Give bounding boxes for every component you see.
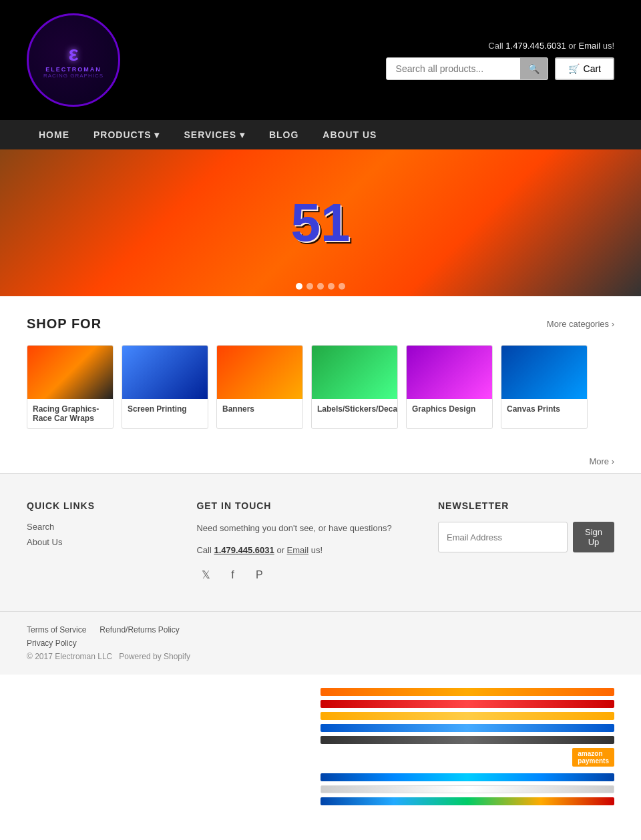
header-phone[interactable]: 1.479.445.6031 <box>505 41 566 51</box>
more-link[interactable]: More › <box>589 456 614 466</box>
product-card-screen[interactable]: Screen Printing <box>122 345 208 429</box>
product-img-banners <box>217 346 302 399</box>
copyright-text: © 2017 Electroman LLC <box>27 652 112 661</box>
payment-stripe-3 <box>320 712 614 720</box>
footer-or: or <box>276 545 286 555</box>
product-card-canvas[interactable]: Canvas Prints <box>501 345 588 429</box>
more-row: More › <box>0 449 641 473</box>
logo: ε ELECTROMAN RACING GRAPHICS <box>27 13 120 107</box>
header-email[interactable]: Email <box>579 41 601 51</box>
product-card-labels[interactable]: Labels/Stickers/Decals <box>311 345 398 429</box>
footer-bottom: Terms of Service Refund/Returns Policy P… <box>0 611 641 675</box>
footer-phone[interactable]: 1.479.445.6031 <box>214 545 274 555</box>
footer-terms-link[interactable]: Terms of Service <box>27 625 86 635</box>
more-categories-link[interactable]: More categories › <box>547 319 614 329</box>
nav-services[interactable]: SERVICES ▾ <box>172 120 256 149</box>
slide-dot-1[interactable] <box>296 283 302 290</box>
payment-area: amazonpayments <box>0 675 641 819</box>
footer-quick-links: QUICK LINKS Search About Us <box>27 500 170 584</box>
chevron-down-icon: ▾ <box>240 129 245 140</box>
shop-title: SHOP FOR <box>27 316 101 332</box>
product-card-banners[interactable]: Banners <box>216 345 303 429</box>
cart-button[interactable]: 🛒 Cart <box>555 57 614 80</box>
product-card-racing[interactable]: Racing Graphics- Race Car Wraps <box>27 345 114 429</box>
shop-header: SHOP FOR More categories › <box>27 316 614 332</box>
payment-stripe-1 <box>320 688 614 696</box>
hero-image: 51 <box>0 149 641 296</box>
logo-graphics-text: RACING GRAPHICS <box>43 73 103 79</box>
quick-links-heading: QUICK LINKS <box>27 500 170 511</box>
hero-car-number: 51 <box>291 192 351 254</box>
nav-blog[interactable]: BLOG <box>257 120 310 149</box>
product-label-screen: Screen Printing <box>122 399 208 419</box>
call-prefix: Call <box>196 545 214 555</box>
slide-dot-3[interactable] <box>317 283 324 290</box>
footer-refund-link[interactable]: Refund/Returns Policy <box>99 625 179 635</box>
footer-link-search[interactable]: Search <box>27 522 170 532</box>
footer-copyright: © 2017 Electroman LLC Powered by Shopify <box>27 652 614 661</box>
search-button[interactable]: 🔍 <box>520 58 548 79</box>
footer-newsletter: NEWSLETTER Sign Up <box>438 500 614 584</box>
get-in-touch-contact: Call 1.479.445.6031 or Email us! <box>196 544 411 558</box>
header-contact: Call 1.479.445.6031 or Email us! <box>488 41 614 51</box>
product-img-screen <box>122 346 208 399</box>
search-bar: 🔍 <box>386 57 548 80</box>
cart-icon: 🛒 <box>568 63 580 74</box>
pinterest-icon[interactable]: P <box>250 566 268 584</box>
nav-products[interactable]: PRODUCTS ▾ <box>81 120 172 149</box>
powered-by-shopify[interactable]: Powered by Shopify <box>119 652 190 661</box>
chevron-down-icon: ▾ <box>154 129 160 140</box>
social-icons: 𝕏 f P <box>196 566 411 584</box>
product-label-labels: Labels/Stickers/Decals <box>312 399 397 419</box>
slide-dot-4[interactable] <box>328 283 335 290</box>
product-img-labels <box>312 346 397 399</box>
product-label-banners: Banners <box>217 399 302 419</box>
product-card-graphics[interactable]: Graphics Design <box>406 345 493 429</box>
footer-privacy-link[interactable]: Privacy Policy <box>27 639 77 648</box>
get-in-touch-heading: GET IN TOUCH <box>196 500 411 511</box>
slide-dot-5[interactable] <box>339 283 345 290</box>
footer-get-in-touch: GET IN TOUCH Need something you don't se… <box>196 500 411 584</box>
newsletter-email-input[interactable] <box>438 522 568 552</box>
footer-link-about[interactable]: About Us <box>27 537 170 547</box>
contact-prefix: Call <box>488 41 505 51</box>
header-right: Call 1.479.445.6031 or Email us! 🔍 🛒 Car… <box>386 41 614 80</box>
amazon-pay-badge: amazonpayments <box>572 748 614 767</box>
footer-suffix: us! <box>311 545 323 555</box>
newsletter-form: Sign Up <box>438 522 614 552</box>
facebook-icon[interactable]: f <box>223 566 242 584</box>
product-label-canvas: Canvas Prints <box>501 399 587 419</box>
product-grid: Racing Graphics- Race Car Wraps Screen P… <box>27 345 614 429</box>
footer-top: QUICK LINKS Search About Us GET IN TOUCH… <box>0 473 641 611</box>
main-nav: HOME PRODUCTS ▾ SERVICES ▾ BLOG ABOUT US <box>0 120 641 149</box>
footer-email[interactable]: Email <box>287 545 309 555</box>
search-icon: 🔍 <box>528 63 540 74</box>
footer-privacy-row: Privacy Policy <box>27 639 614 648</box>
product-img-graphics <box>407 346 492 399</box>
payment-stripe-4 <box>320 724 614 732</box>
payment-stripe-8 <box>320 797 614 805</box>
payment-stripe-5 <box>320 736 614 744</box>
footer-bottom-links: Terms of Service Refund/Returns Policy <box>27 625 614 635</box>
product-label-graphics: Graphics Design <box>407 399 492 419</box>
payment-stripe-7 <box>320 785 614 793</box>
newsletter-signup-button[interactable]: Sign Up <box>573 522 614 552</box>
get-in-touch-text: Need something you don't see, or have qu… <box>196 522 411 536</box>
product-img-racing <box>27 346 113 399</box>
cart-label: Cart <box>584 63 601 74</box>
header-actions: 🔍 🛒 Cart <box>386 57 614 80</box>
product-label-racing: Racing Graphics- Race Car Wraps <box>27 399 113 428</box>
shop-section: SHOP FOR More categories › Racing Graphi… <box>0 296 641 449</box>
site-header: ε ELECTROMAN RACING GRAPHICS Call 1.479.… <box>0 0 641 120</box>
newsletter-heading: NEWSLETTER <box>438 500 614 511</box>
logo-racing-text: ELECTROMAN <box>43 66 103 73</box>
payment-stripe-6 <box>320 773 614 781</box>
nav-about-us[interactable]: ABOUT US <box>310 120 389 149</box>
contact-suffix: us! <box>603 41 614 51</box>
product-img-canvas <box>501 346 587 399</box>
slide-dot-2[interactable] <box>306 283 313 290</box>
twitter-icon[interactable]: 𝕏 <box>196 566 215 584</box>
search-input[interactable] <box>387 58 520 79</box>
payment-stripe-2 <box>320 700 614 708</box>
nav-home[interactable]: HOME <box>27 120 81 149</box>
